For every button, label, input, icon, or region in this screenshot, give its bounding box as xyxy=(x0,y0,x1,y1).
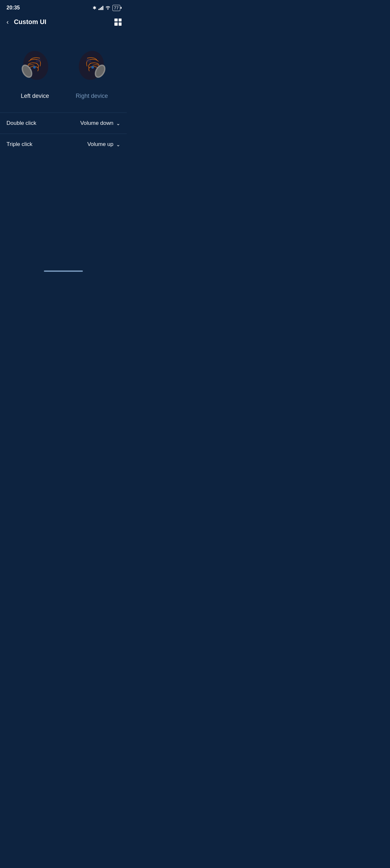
right-device-image xyxy=(69,42,115,88)
double-click-chevron-icon: ⌄ xyxy=(116,120,120,126)
double-click-row[interactable]: Double click Volume down ⌄ xyxy=(0,113,127,134)
svg-point-6 xyxy=(91,66,94,69)
left-device-image xyxy=(12,42,58,88)
bluetooth-icon: ✱ xyxy=(93,5,97,10)
battery-level: 77 xyxy=(114,5,119,10)
svg-point-1 xyxy=(33,66,36,69)
left-device-label: Left device xyxy=(21,93,49,99)
back-button[interactable]: ‹ xyxy=(5,17,10,27)
triple-click-value: Volume up xyxy=(88,141,113,148)
bottom-nav-indicator xyxy=(44,271,83,272)
device-selection: Left device Right de xyxy=(0,32,127,106)
right-device-label: Right device xyxy=(76,93,108,99)
controls-area: Double click Volume down ⌄ Triple click … xyxy=(0,113,127,155)
top-navigation: ‹ Custom UI xyxy=(0,14,127,32)
grid-view-icon[interactable] xyxy=(115,19,122,26)
double-click-value-container[interactable]: Volume down ⌄ xyxy=(80,120,120,126)
status-bar: 20:35 ✱ 77 xyxy=(0,0,127,14)
page-title: Custom UI xyxy=(14,18,110,26)
triple-click-value-container[interactable]: Volume up ⌄ xyxy=(88,141,120,148)
signal-bars-icon xyxy=(98,5,103,10)
wifi-icon xyxy=(105,5,110,11)
left-device-item[interactable]: Left device xyxy=(12,42,58,99)
status-time: 20:35 xyxy=(6,5,20,11)
triple-click-label: Triple click xyxy=(6,141,32,148)
triple-click-row[interactable]: Triple click Volume up ⌄ xyxy=(0,134,127,155)
triple-click-chevron-icon: ⌄ xyxy=(116,142,120,148)
double-click-value: Volume down xyxy=(80,120,113,126)
right-device-item[interactable]: Right device xyxy=(69,42,115,99)
battery-icon: 77 xyxy=(112,5,120,11)
status-icons: ✱ 77 xyxy=(93,5,120,11)
double-click-label: Double click xyxy=(6,120,36,126)
